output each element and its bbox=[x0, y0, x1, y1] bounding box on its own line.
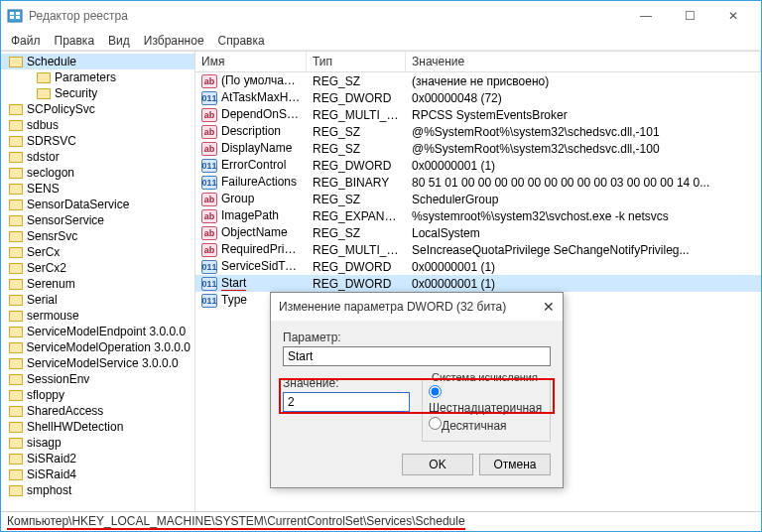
tree-item[interactable]: SerCx2 bbox=[1, 260, 194, 276]
tree-item[interactable]: SensrSvc bbox=[1, 228, 194, 244]
folder-icon bbox=[9, 168, 23, 179]
dword-icon: 011 bbox=[201, 159, 217, 173]
tree-label: Parameters bbox=[55, 70, 116, 84]
tree-item[interactable]: ServiceModelOperation 3.0.0.0 bbox=[1, 339, 194, 355]
radio-dec[interactable]: Десятичная bbox=[429, 417, 544, 433]
list-row[interactable]: 011AtTaskMaxHoursREG_DWORD0x00000048 (72… bbox=[195, 89, 761, 106]
dword-icon: 011 bbox=[201, 260, 217, 274]
tree-item[interactable]: Security bbox=[1, 85, 194, 101]
tree-item[interactable]: Serial bbox=[1, 292, 194, 308]
menu-edit[interactable]: Правка bbox=[49, 32, 101, 50]
value-type: REG_DWORD bbox=[307, 159, 406, 173]
tree-item[interactable]: SensorService bbox=[1, 212, 194, 228]
menu-view[interactable]: Вид bbox=[102, 32, 136, 50]
list-row[interactable]: 011StartREG_DWORD0x00000001 (1) bbox=[195, 275, 761, 292]
tree-item[interactable]: SCPolicySvc bbox=[1, 101, 194, 117]
tree-item[interactable]: SENS bbox=[1, 181, 194, 197]
tree-item[interactable]: smphost bbox=[1, 482, 194, 498]
dword-icon: 011 bbox=[201, 294, 217, 308]
list-row[interactable]: abDisplayNameREG_SZ@%SystemRoot%\system3… bbox=[195, 140, 761, 157]
tree-item[interactable]: sdstor bbox=[1, 149, 194, 165]
dialog-close-button[interactable]: ✕ bbox=[543, 299, 555, 315]
menu-favorites[interactable]: Избранное bbox=[138, 32, 210, 50]
tree-item[interactable]: SiSRaid4 bbox=[1, 466, 194, 482]
tree-label: ShellHWDetection bbox=[27, 420, 123, 434]
string-icon: ab bbox=[201, 193, 217, 206]
value-data: (значение не присвоено) bbox=[406, 74, 761, 88]
tree-item[interactable]: ServiceModelEndpoint 3.0.0.0 bbox=[1, 324, 194, 339]
tree-item[interactable]: seclogon bbox=[1, 165, 194, 181]
tree-item[interactable]: SharedAccess bbox=[1, 403, 194, 419]
tree-item[interactable]: SessionEnv bbox=[1, 371, 194, 387]
tree-label: SensrSvc bbox=[27, 229, 77, 243]
list-row[interactable]: 011FailureActionsREG_BINARY80 51 01 00 0… bbox=[195, 174, 761, 191]
tree-item[interactable]: SiSRaid2 bbox=[1, 451, 194, 466]
tree-label: SensorService bbox=[27, 213, 104, 227]
close-button[interactable]: ✕ bbox=[711, 2, 755, 30]
list-row[interactable]: 011ServiceSidTypeREG_DWORD0x00000001 (1) bbox=[195, 258, 761, 275]
folder-icon bbox=[9, 438, 23, 449]
tree-item[interactable]: ServiceModelService 3.0.0.0 bbox=[1, 355, 194, 371]
value-name: Start bbox=[221, 276, 246, 291]
tree-label: Schedule bbox=[27, 55, 76, 68]
tree-item[interactable]: sermouse bbox=[1, 308, 194, 324]
value-name: Type bbox=[221, 293, 247, 307]
list-row[interactable]: abImagePathREG_EXPAND_SZ%systemroot%\sys… bbox=[195, 207, 761, 224]
list-row[interactable]: abDependOnServiceREG_MULTI_SZRPCSS Syste… bbox=[195, 106, 761, 123]
folder-icon bbox=[9, 295, 23, 306]
maximize-button[interactable]: ☐ bbox=[668, 2, 711, 30]
radio-dec-input[interactable] bbox=[429, 417, 442, 430]
registry-tree[interactable]: ScheduleParametersSecuritySCPolicySvcsdb… bbox=[1, 52, 195, 511]
radio-hex[interactable]: Шестнадцатеричная bbox=[429, 385, 544, 415]
tree-label: SerCx2 bbox=[27, 261, 66, 275]
svg-rect-1 bbox=[10, 12, 14, 15]
statusbar: Компьютер\HKEY_LOCAL_MACHINE\SYSTEM\Curr… bbox=[1, 511, 761, 531]
tree-item[interactable]: ShellHWDetection bbox=[1, 419, 194, 435]
value-type: REG_DWORD bbox=[307, 260, 406, 274]
ok-button[interactable]: OK bbox=[402, 454, 473, 475]
tree-item[interactable]: SDRSVC bbox=[1, 133, 194, 149]
folder-icon bbox=[9, 406, 23, 417]
base-group: Система исчисления Шестнадцатеричная Дес… bbox=[422, 378, 551, 442]
tree-item[interactable]: Parameters bbox=[1, 69, 194, 85]
tree-item[interactable]: sisagp bbox=[1, 435, 194, 451]
menu-help[interactable]: Справка bbox=[212, 32, 271, 50]
folder-icon bbox=[9, 342, 23, 353]
list-row[interactable]: abObjectNameREG_SZLocalSystem bbox=[195, 224, 761, 241]
menu-file[interactable]: Файл bbox=[5, 32, 47, 50]
header-type[interactable]: Тип bbox=[307, 52, 406, 71]
tree-item[interactable]: Schedule bbox=[1, 54, 194, 69]
tree-label: Serial bbox=[27, 293, 58, 307]
folder-icon bbox=[37, 72, 51, 83]
value-name: Group bbox=[221, 192, 254, 205]
list-row[interactable]: abRequiredPrivile...REG_MULTI_SZSeIncrea… bbox=[195, 241, 761, 258]
value-data: RPCSS SystemEventsBroker bbox=[406, 108, 761, 122]
value-input[interactable] bbox=[283, 392, 410, 412]
tree-label: seclogon bbox=[27, 166, 74, 180]
dialog-titlebar: Изменение параметра DWORD (32 бита) ✕ bbox=[271, 293, 563, 321]
tree-item[interactable]: Serenum bbox=[1, 276, 194, 292]
value-type: REG_SZ bbox=[307, 193, 406, 206]
tree-label: SiSRaid2 bbox=[27, 452, 76, 466]
list-row[interactable]: abDescriptionREG_SZ@%SystemRoot%\system3… bbox=[195, 123, 761, 140]
cancel-button[interactable]: Отмена bbox=[479, 454, 551, 475]
value-name: ServiceSidType bbox=[221, 259, 304, 273]
tree-label: sermouse bbox=[27, 309, 79, 323]
value-type: REG_DWORD bbox=[307, 91, 406, 105]
value-data: 0x00000001 (1) bbox=[406, 277, 761, 291]
tree-label: smphost bbox=[27, 483, 71, 497]
list-row[interactable]: ab(По умолчанию)REG_SZ(значение не присв… bbox=[195, 72, 761, 89]
tree-item[interactable]: sdbus bbox=[1, 117, 194, 133]
header-value[interactable]: Значение bbox=[406, 52, 761, 71]
header-name[interactable]: Имя bbox=[195, 52, 307, 71]
tree-item[interactable]: SerCx bbox=[1, 244, 194, 260]
tree-item[interactable]: sfloppy bbox=[1, 387, 194, 403]
list-row[interactable]: abGroupREG_SZSchedulerGroup bbox=[195, 191, 761, 207]
tree-item[interactable]: SensorDataService bbox=[1, 197, 194, 212]
list-row[interactable]: 011ErrorControlREG_DWORD0x00000001 (1) bbox=[195, 157, 761, 174]
value-type: REG_MULTI_SZ bbox=[307, 108, 406, 122]
minimize-button[interactable]: — bbox=[624, 2, 668, 30]
folder-icon bbox=[9, 136, 23, 147]
folder-icon bbox=[9, 104, 23, 115]
radio-hex-input[interactable] bbox=[429, 385, 442, 398]
